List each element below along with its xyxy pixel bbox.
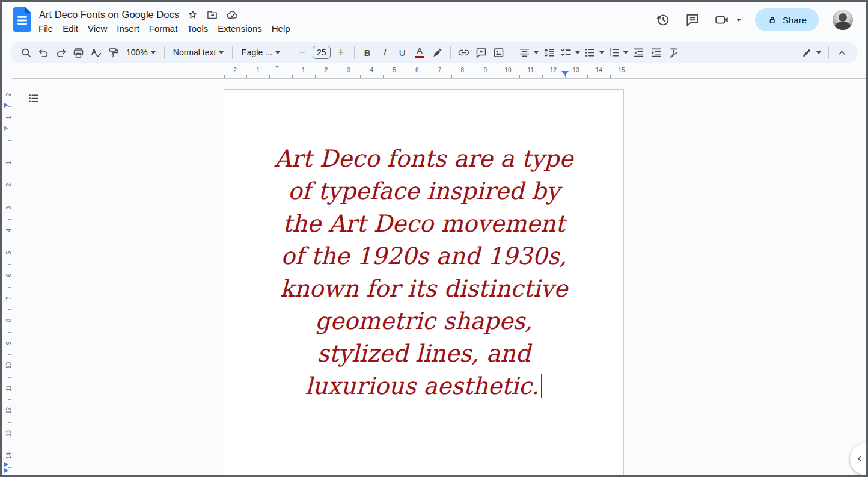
italic-button[interactable]: I	[376, 44, 394, 61]
highlight-color-button[interactable]	[429, 44, 446, 61]
ruler-number: 11	[525, 67, 537, 73]
pencil-icon	[801, 46, 813, 59]
checklist-icon	[560, 46, 572, 59]
highlighter-icon	[431, 46, 444, 59]
menu-view[interactable]: View	[88, 23, 107, 34]
doc-line: Art Deco fonts are a type	[224, 143, 623, 175]
undo-button[interactable]	[35, 44, 52, 61]
ruler-handle[interactable]	[4, 126, 8, 131]
menu-tools[interactable]: Tools	[187, 23, 208, 34]
chevron-down-icon	[575, 51, 580, 54]
top-margin-marker[interactable]	[4, 103, 8, 108]
share-button-label: Share	[783, 15, 807, 25]
text-color-button[interactable]: A	[411, 44, 429, 61]
doc-line: the Art Deco movement	[224, 208, 623, 240]
ruler-tick	[315, 75, 316, 78]
decrease-indent-button[interactable]	[630, 44, 647, 61]
paint-format-button[interactable]	[105, 44, 122, 61]
ruler-number: 1	[5, 113, 12, 122]
document-title[interactable]: Art Deco Fonts on Google Docs	[39, 9, 179, 20]
toolbar: 100% Normal text Eagle ... − + B I U A 1…	[10, 42, 858, 63]
ruler-tick	[8, 287, 11, 288]
join-call-button[interactable]	[714, 12, 741, 28]
font-size-input[interactable]	[313, 46, 331, 59]
show-document-outline-button[interactable]	[27, 92, 40, 107]
decrease-font-size-button[interactable]: −	[293, 44, 311, 61]
comments-icon[interactable]	[685, 12, 700, 28]
menu-help[interactable]: Help	[272, 23, 290, 34]
clear-formatting-icon	[667, 46, 680, 59]
editing-mode-button[interactable]	[798, 44, 824, 61]
redo-icon	[55, 46, 67, 59]
clear-formatting-button[interactable]	[665, 44, 682, 61]
ruler-tick	[8, 219, 11, 220]
spellcheck-button[interactable]	[87, 44, 105, 61]
font-select[interactable]: Eagle ...	[237, 44, 284, 61]
right-indent-marker[interactable]	[561, 71, 569, 76]
ruler-tick	[474, 75, 474, 78]
chevron-down-icon	[599, 51, 604, 54]
docs-logo-icon	[13, 7, 31, 32]
share-button[interactable]: Share	[755, 8, 819, 31]
google-docs-window: Art Deco Fonts on Google Docs File Edit …	[0, 0, 868, 477]
insert-image-button[interactable]	[490, 44, 507, 61]
doc-line: of typeface inspired by	[224, 175, 623, 208]
menu-file[interactable]: File	[38, 23, 53, 34]
horizontal-ruler[interactable]: 21123456789101112131415	[215, 66, 864, 78]
vertical-ruler[interactable]: 21123456789101112131415	[4, 78, 16, 475]
styles-select[interactable]: Normal text	[169, 44, 228, 61]
increase-indent-button[interactable]	[647, 44, 665, 61]
numbered-list-button[interactable]: 123	[606, 44, 630, 61]
align-button[interactable]	[516, 44, 540, 61]
doc-line: luxurious aesthetic.	[224, 370, 623, 402]
version-history-icon[interactable]	[655, 12, 671, 28]
redo-button[interactable]	[52, 44, 70, 61]
ruler-tick	[451, 75, 452, 78]
ruler-tick	[8, 332, 11, 333]
chevron-down-icon	[736, 19, 741, 22]
menu-format[interactable]: Format	[149, 23, 178, 34]
move-to-folder-icon[interactable]	[206, 9, 218, 21]
document-page[interactable]: Art Deco fonts are a type of typeface in…	[224, 89, 624, 477]
increase-font-size-button[interactable]: +	[332, 44, 350, 61]
doc-line: known for its distinctive	[224, 272, 623, 305]
ruler-tick	[610, 75, 611, 78]
star-icon[interactable]	[187, 9, 198, 20]
avatar[interactable]	[833, 10, 853, 30]
svg-text:3: 3	[609, 54, 611, 58]
print-button[interactable]	[70, 44, 87, 61]
ruler-tick	[383, 75, 384, 78]
ruler-number: 13	[5, 429, 12, 437]
ruler-tick	[406, 75, 406, 78]
underline-button[interactable]: U	[394, 44, 411, 61]
ruler-number: 3	[343, 67, 355, 73]
cloud-saved-icon[interactable]	[226, 8, 239, 21]
zoom-select[interactable]: 100%	[122, 44, 160, 61]
bulleted-list-button[interactable]	[582, 44, 606, 61]
add-comment-button[interactable]	[472, 44, 490, 61]
ruler-tick	[8, 174, 11, 174]
menu-extensions[interactable]: Extensions	[218, 23, 261, 34]
checklist-button[interactable]	[558, 44, 582, 61]
bold-button[interactable]: B	[359, 44, 376, 61]
line-spacing-button[interactable]	[540, 44, 558, 61]
ruler-number: 2	[320, 67, 332, 73]
hide-side-panel-button[interactable]	[850, 443, 868, 475]
hide-menus-button[interactable]	[833, 44, 851, 61]
bottom-margin-marker[interactable]	[4, 462, 8, 467]
divider	[450, 46, 451, 59]
divider	[164, 46, 165, 59]
increase-indent-icon	[650, 46, 662, 59]
bulleted-list-icon	[584, 46, 596, 59]
menu-insert[interactable]: Insert	[117, 23, 139, 34]
insert-link-button[interactable]	[455, 44, 472, 61]
ruler-number: 1	[298, 67, 310, 73]
ruler-number: 5	[388, 67, 400, 73]
decrease-indent-icon	[632, 46, 645, 59]
align-center-icon	[518, 46, 531, 59]
menu-edit[interactable]: Edit	[63, 23, 78, 34]
ruler-tick	[8, 197, 11, 197]
bottom-indent-marker[interactable]	[4, 468, 8, 473]
search-menus-button[interactable]	[17, 44, 35, 61]
docs-logo[interactable]	[13, 7, 31, 34]
